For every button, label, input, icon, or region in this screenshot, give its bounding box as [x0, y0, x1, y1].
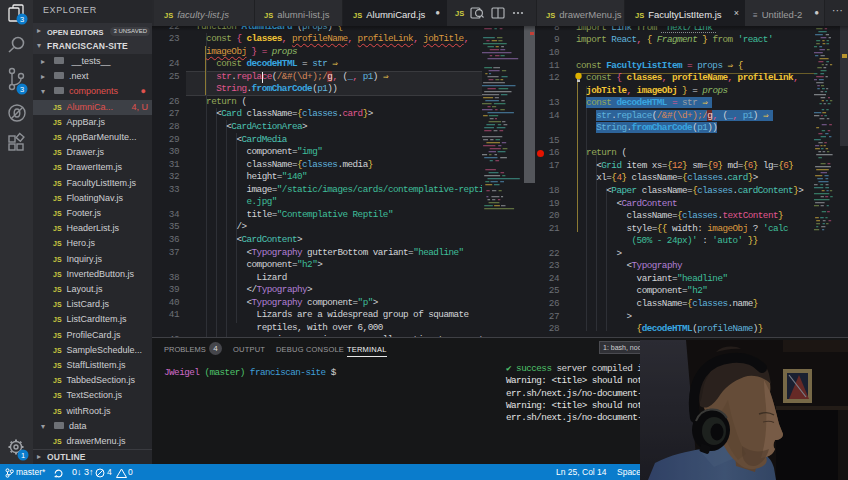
- svg-text:3: 3: [20, 15, 24, 24]
- svg-text:3: 3: [20, 85, 24, 94]
- svg-text:1: 1: [21, 451, 25, 460]
